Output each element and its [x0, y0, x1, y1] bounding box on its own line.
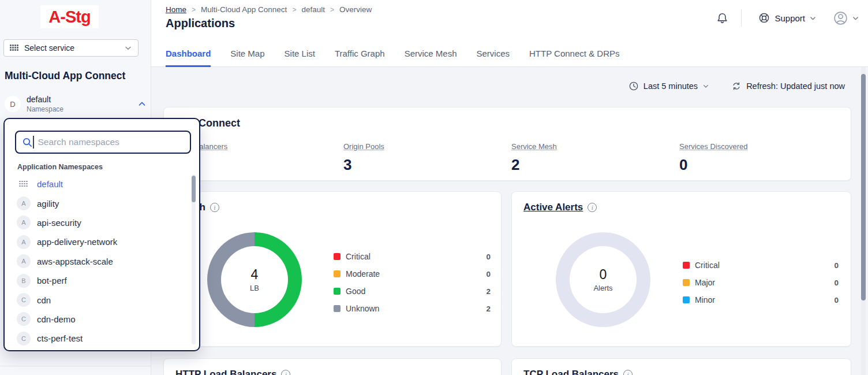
- service-title: Multi-Cloud App Connect: [5, 70, 125, 82]
- legend-row-good[interactable]: Good 2: [334, 283, 491, 300]
- legend-label: Critical: [346, 252, 371, 261]
- http-load-balancers-card: HTTP Load Balancers i: [163, 358, 502, 375]
- tab-site-list[interactable]: Site List: [285, 49, 315, 67]
- tab-dashboard[interactable]: Dashboard: [166, 49, 211, 67]
- breadcrumb-home-link[interactable]: Home: [166, 5, 186, 14]
- chevron-up-icon: [137, 99, 147, 109]
- stat-origin-pools: Origin Pools 3: [343, 141, 511, 174]
- brand-logo-text: A-Stg: [48, 8, 90, 27]
- breadcrumb-item[interactable]: default: [301, 5, 325, 14]
- alerts-donut-chart: 0 Alerts: [556, 232, 650, 327]
- select-service-dropdown[interactable]: Select service: [3, 39, 139, 57]
- summary-stats: Load Balancers Origin Pools 3 Service Me…: [175, 141, 847, 174]
- tab-services[interactable]: Services: [477, 49, 510, 67]
- tab-http-connect-drps[interactable]: HTTP Connect & DRPs: [529, 49, 619, 67]
- namespace-initial-badge: A: [17, 254, 31, 268]
- legend-value: 0: [486, 270, 491, 279]
- tab-bar: Dashboard Site Map Site List Traffic Gra…: [166, 49, 619, 67]
- namespace-name: default: [27, 95, 137, 104]
- app-window: A-Stg Select service Multi-Cloud App Con…: [0, 0, 868, 375]
- tcp-lb-title[interactable]: TCP Load Balancers: [523, 369, 619, 375]
- legend-row-major[interactable]: Major 0: [683, 274, 839, 291]
- refresh-control[interactable]: Refresh: Updated just now: [731, 81, 845, 91]
- alerts-legend: Critical 0 Major 0 Minor 0: [683, 257, 839, 309]
- namespace-initial-badge: B: [17, 274, 31, 288]
- dropdown-scrollbar-thumb[interactable]: [192, 176, 196, 202]
- health-legend: Critical 0 Moderate 0 Good 2 Unknown 2: [334, 248, 491, 317]
- legend-value: 0: [834, 261, 839, 270]
- namespace-item-label: cdn-demo: [37, 314, 76, 324]
- brand-logo[interactable]: A-Stg: [40, 5, 99, 28]
- info-icon[interactable]: i: [588, 203, 597, 212]
- legend-label: Moderate: [346, 269, 380, 279]
- breadcrumb-separator: >: [330, 6, 334, 14]
- chevron-down-icon: [702, 83, 709, 90]
- namespace-item-aws-appstack-scale[interactable]: A aws-appstack-scale: [5, 252, 199, 271]
- namespace-selector[interactable]: D default Namespace: [5, 94, 147, 114]
- stat-label-link[interactable]: Service Mesh: [511, 142, 557, 151]
- legend-swatch: [334, 270, 341, 277]
- namespace-item-cts-perf-test[interactable]: C cts-perf-test: [5, 329, 199, 348]
- namespace-item-bot-perf[interactable]: B bot-perf: [5, 271, 199, 290]
- namespace-item-cdn-demo[interactable]: C cdn-demo: [5, 310, 199, 329]
- refresh-icon: [731, 81, 742, 91]
- page-scrollbar-thumb[interactable]: [861, 74, 866, 300]
- http-lb-title[interactable]: HTTP Load Balancers: [175, 369, 276, 375]
- active-alerts-title-link[interactable]: Active Alerts: [523, 202, 583, 213]
- namespace-list: default A agility A api-security A app-d…: [5, 174, 199, 348]
- legend-label: Good: [346, 287, 365, 296]
- legend-row-moderate[interactable]: Moderate 0: [334, 265, 491, 283]
- namespace-initial-badge: C: [17, 312, 31, 326]
- page-title: Applications: [166, 17, 235, 30]
- alerts-donut-value: 0: [600, 267, 607, 283]
- health-donut-chart: 4 LB: [207, 232, 302, 327]
- apps-grid-icon: [10, 44, 19, 51]
- notifications-bell-icon[interactable]: [716, 12, 728, 24]
- topbar-actions: Support: [716, 8, 859, 28]
- active-alerts-card: Active Alerts i 0 Alerts Critical 0 Majo…: [511, 191, 851, 347]
- namespace-item-api-security[interactable]: A api-security: [5, 213, 199, 232]
- namespace-initial-badge: A: [17, 196, 31, 210]
- namespace-search-box[interactable]: [15, 131, 191, 154]
- breadcrumb-item[interactable]: Overview: [339, 5, 372, 14]
- stat-value: 3: [343, 156, 511, 174]
- stat-services-discovered: Services Discovered 0: [679, 141, 847, 174]
- refresh-label: Refresh: Updated just now: [746, 81, 845, 91]
- info-icon[interactable]: i: [623, 370, 633, 375]
- time-range-label: Last 5 minutes: [643, 81, 698, 91]
- stat-label-link[interactable]: Services Discovered: [679, 142, 748, 151]
- search-icon: [22, 137, 33, 148]
- time-range-selector[interactable]: Last 5 minutes: [628, 81, 709, 91]
- legend-label: Major: [695, 278, 715, 287]
- tab-service-mesh[interactable]: Service Mesh: [405, 49, 457, 67]
- legend-swatch: [334, 305, 341, 312]
- legend-row-minor[interactable]: Minor 0: [683, 291, 839, 309]
- legend-swatch: [683, 296, 690, 303]
- legend-row-critical[interactable]: Critical 0: [334, 248, 491, 265]
- namespace-item-app-delivery-network[interactable]: A app-delivery-network: [5, 232, 199, 251]
- namespace-item-label: app-delivery-network: [37, 237, 117, 247]
- sidebar-divider: [0, 366, 151, 366]
- support-menu[interactable]: Support: [758, 12, 817, 24]
- stat-label-link[interactable]: Origin Pools: [343, 142, 384, 151]
- legend-row-unknown[interactable]: Unknown 2: [334, 300, 491, 317]
- legend-row-critical[interactable]: Critical 0: [683, 257, 839, 274]
- breadcrumb-separator: >: [292, 6, 296, 14]
- info-icon[interactable]: i: [210, 203, 219, 212]
- tab-site-map[interactable]: Site Map: [230, 49, 264, 67]
- breadcrumb-item[interactable]: Multi-Cloud App Connect: [201, 5, 287, 14]
- legend-swatch: [683, 262, 690, 269]
- stat-load-balancers: Load Balancers: [175, 141, 343, 174]
- namespace-search-input[interactable]: [38, 137, 185, 147]
- namespace-item-default[interactable]: default: [5, 174, 199, 194]
- account-menu[interactable]: [833, 10, 859, 26]
- namespace-item-label: agility: [37, 199, 59, 209]
- stat-service-mesh: Service Mesh 2: [511, 141, 679, 174]
- legend-swatch: [334, 253, 341, 260]
- info-icon[interactable]: i: [281, 370, 290, 375]
- tab-traffic-graph[interactable]: Traffic Graph: [335, 49, 385, 67]
- namespace-dropdown-panel: Application Namespaces default A agility…: [3, 118, 200, 351]
- namespace-item-cdn[interactable]: C cdn: [5, 290, 199, 309]
- chevron-down-icon: [809, 14, 817, 22]
- namespace-item-agility[interactable]: A agility: [5, 194, 199, 213]
